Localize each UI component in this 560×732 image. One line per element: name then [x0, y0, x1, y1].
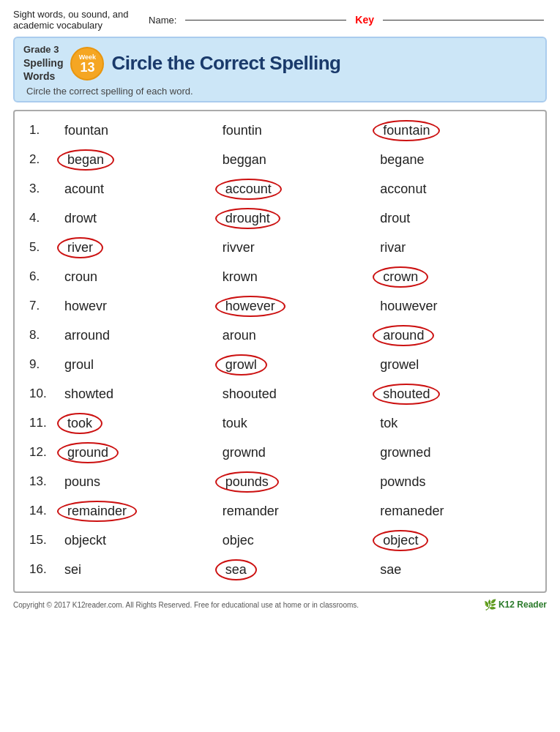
word-row: 15.objecktobjecobject — [29, 526, 531, 555]
circled-word: around — [373, 325, 434, 346]
logo-text: K12 Reader — [499, 600, 547, 610]
word-row: 16.seiseasae — [29, 555, 531, 584]
word-row: 7.howevrhoweverhouwever — [29, 291, 531, 321]
word-text: drout — [373, 209, 417, 228]
word-text: howevr — [57, 297, 114, 315]
name-label: Name: — [149, 15, 176, 26]
row-number: 1. — [29, 123, 57, 138]
word-text: pouns — [57, 473, 108, 491]
header-subtitle: Circle the correct spelling of each word… — [23, 86, 537, 97]
word-cell: remainder — [57, 501, 215, 522]
name-line: Name: Key — [149, 14, 547, 26]
word-cell: sea — [215, 559, 373, 580]
word-row: 10.showtedshooutedshouted — [29, 379, 531, 408]
circled-word: remainder — [57, 501, 137, 522]
word-row: 12.groundgrowndgrowned — [29, 438, 531, 467]
word-text: groul — [57, 356, 101, 374]
word-text: growned — [373, 444, 438, 462]
word-cell: rivver — [215, 239, 373, 257]
word-text: arround — [57, 326, 117, 345]
word-cell: growned — [373, 444, 531, 462]
word-cell: tok — [373, 414, 531, 433]
after-key-line — [383, 20, 544, 20]
word-text: touk — [215, 414, 255, 433]
row-number: 5. — [29, 240, 57, 255]
circled-word: crown — [373, 266, 428, 288]
word-cell: acconut — [373, 180, 531, 198]
top-label: Sight words, ou sound, and academic voca… — [13, 9, 149, 31]
word-cell: beggan — [215, 151, 373, 169]
word-cell: fountin — [215, 122, 373, 140]
word-cell: drout — [373, 209, 531, 228]
word-cell: account — [215, 179, 373, 200]
word-cell: sae — [373, 561, 531, 579]
row-number: 13. — [29, 474, 57, 489]
row-number: 15. — [29, 533, 57, 548]
footer: Copyright © 2017 K12reader.com. All Righ… — [13, 599, 547, 610]
row-number: 16. — [29, 562, 57, 577]
word-row: 4.drowtdroughtdrout — [29, 203, 531, 233]
word-cell: fountain — [373, 120, 531, 141]
word-text: fountin — [215, 122, 269, 140]
word-text: croun — [57, 268, 105, 286]
word-cell: shoouted — [215, 385, 373, 403]
word-cell: ground — [57, 442, 215, 463]
word-row: 9.groulgrowlgrowel — [29, 350, 531, 379]
word-text: krown — [215, 268, 265, 286]
words-label: Words — [23, 70, 63, 83]
word-cell: touk — [215, 414, 373, 433]
circled-word: began — [57, 149, 114, 171]
row-number: 4. — [29, 211, 57, 225]
word-text: grownd — [215, 444, 273, 462]
row-number: 11. — [29, 416, 57, 430]
word-row: 1.fountanfountinfountain — [29, 116, 531, 145]
word-cell: houwever — [373, 297, 531, 315]
week-number: 13 — [80, 61, 94, 74]
circled-word: however — [215, 296, 285, 317]
word-text: pownds — [373, 473, 433, 491]
row-number: 7. — [29, 299, 57, 313]
word-cell: however — [215, 296, 373, 317]
word-cell: around — [373, 325, 531, 346]
word-text: sei — [57, 561, 89, 579]
word-row: 2.beganbegganbegane — [29, 145, 531, 174]
word-text: drowt — [57, 209, 104, 228]
circled-word: pounds — [215, 471, 279, 493]
word-text: beggan — [215, 151, 274, 169]
word-text: acount — [57, 180, 111, 198]
page: Sight words, ou sound, and academic voca… — [0, 0, 560, 732]
row-number: 6. — [29, 269, 57, 284]
top-bar: Sight words, ou sound, and academic voca… — [13, 9, 547, 31]
word-text: showted — [57, 385, 121, 403]
row-number: 2. — [29, 152, 57, 167]
word-cell: objec — [215, 531, 373, 550]
word-cell: aroun — [215, 326, 373, 345]
word-cell: drought — [215, 208, 373, 229]
word-cell: grownd — [215, 444, 373, 462]
k12-logo: 🌿 K12 Reader — [484, 599, 547, 610]
grade-spelling-block: Grade 3 Spelling Words — [23, 44, 63, 83]
circled-word: fountain — [373, 120, 440, 141]
word-cell: showted — [57, 385, 215, 403]
row-number: 12. — [29, 445, 57, 460]
word-text: tok — [373, 414, 405, 433]
circled-word: object — [373, 530, 428, 551]
word-row: 14.remainderremanderremaneder — [29, 496, 531, 526]
word-text: shoouted — [215, 385, 284, 403]
word-cell: remaneder — [373, 502, 531, 520]
row-number: 9. — [29, 357, 57, 372]
word-text: objec — [215, 531, 261, 550]
word-cell: drowt — [57, 209, 215, 228]
word-text: rivver — [215, 239, 262, 257]
word-text: remaneder — [373, 502, 451, 520]
word-row: 5.riverrivverrivar — [29, 233, 531, 262]
word-row: 13.pounspoundspownds — [29, 467, 531, 496]
word-cell: acount — [57, 180, 215, 198]
word-cell: pownds — [373, 473, 531, 491]
word-cell: remander — [215, 502, 373, 520]
word-cell: objeckt — [57, 531, 215, 550]
word-row: 3.acountaccountacconut — [29, 174, 531, 203]
circled-word: drought — [215, 208, 280, 229]
circled-word: growl — [215, 354, 267, 376]
word-cell: pouns — [57, 473, 215, 491]
